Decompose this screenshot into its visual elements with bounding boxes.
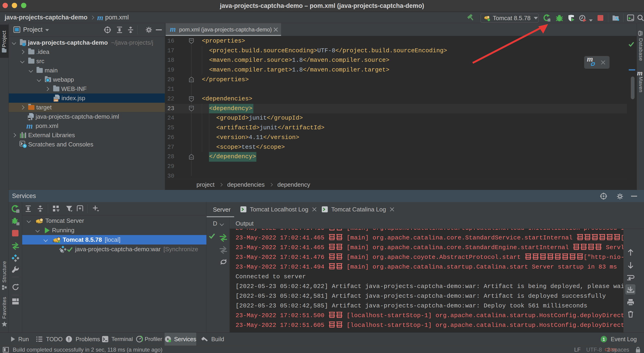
svg-text:JSP: JSP [54,100,58,102]
svg-text:1: 1 [602,337,605,342]
